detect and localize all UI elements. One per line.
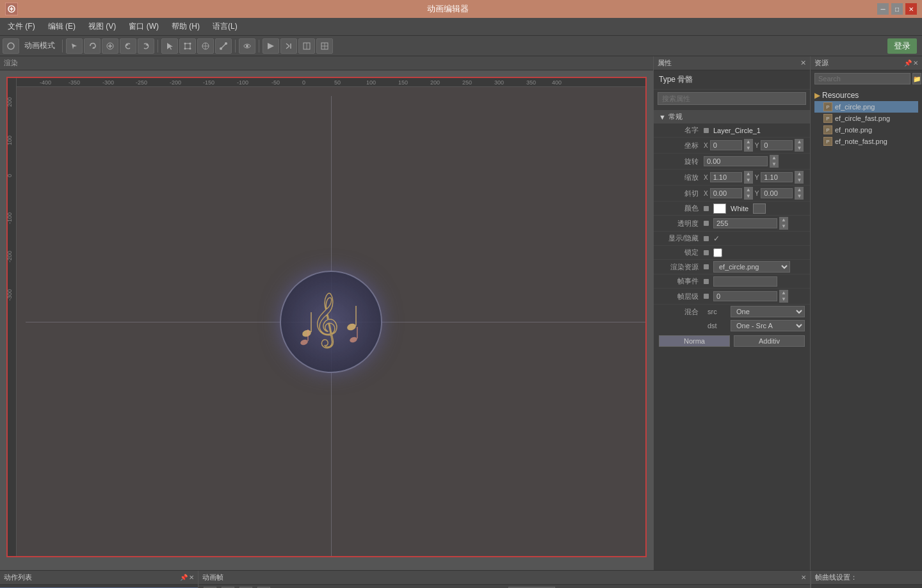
- pos-y-up[interactable]: ▲: [795, 139, 804, 145]
- prop-value-frame-event: [704, 276, 805, 287]
- minimize-button[interactable]: ─: [877, 3, 889, 15]
- alpha-up[interactable]: ▲: [779, 217, 788, 223]
- canvas-viewport[interactable]: -400 -350 -300 -250 -200 -150 -100 -50 0…: [0, 70, 653, 570]
- lock-checkbox[interactable]: [713, 248, 722, 257]
- blend-row-src: 混合 src One: [654, 305, 810, 319]
- menu-lang[interactable]: 语言(L): [207, 19, 243, 34]
- res-file-0[interactable]: P ef_circle.png: [814, 101, 918, 113]
- app-title: 动画编辑器: [18, 3, 877, 15]
- frame-level-up[interactable]: ▲: [779, 290, 788, 296]
- toolbar-next-btn[interactable]: [280, 38, 297, 54]
- menu-help[interactable]: 帮助 (H): [166, 19, 205, 34]
- scale-y-input[interactable]: [761, 172, 793, 182]
- res-file-1[interactable]: P ef_circle_fast.png: [814, 113, 918, 124]
- blend-dst-select[interactable]: One - Src A: [731, 320, 805, 331]
- alpha-down[interactable]: ▼: [779, 223, 788, 230]
- res-file-name-1: ef_circle_fast.png: [835, 115, 890, 122]
- blend-additive-btn[interactable]: Additiv: [734, 335, 805, 347]
- toolbar-undo-btn[interactable]: [120, 38, 136, 54]
- toolbar-export-btn[interactable]: [316, 38, 333, 54]
- scale-y-down[interactable]: ▼: [795, 177, 804, 184]
- section-header-general[interactable]: ▼ 常规: [654, 110, 810, 123]
- toolbar-eye-btn[interactable]: [239, 38, 255, 54]
- properties-type: Type 骨骼: [654, 70, 810, 90]
- toolbar-bone-btn[interactable]: [215, 38, 232, 54]
- resources-search-input[interactable]: [814, 73, 910, 84]
- rot-input[interactable]: [704, 156, 768, 166]
- resources-folder[interactable]: ▶ Resources: [814, 90, 918, 101]
- menu-file[interactable]: 文件 (F): [3, 19, 40, 34]
- rot-down[interactable]: ▼: [770, 161, 779, 168]
- properties-search-input[interactable]: [658, 92, 806, 105]
- pos-y-label: Y: [755, 142, 759, 149]
- menu-window[interactable]: 窗口 (W): [124, 19, 164, 34]
- pos-x-down[interactable]: ▼: [744, 145, 753, 152]
- frame-event-input[interactable]: [713, 276, 777, 287]
- login-button[interactable]: 登录: [887, 38, 917, 54]
- shear-x-down[interactable]: ▼: [744, 193, 753, 200]
- action-list-close[interactable]: ✕: [189, 574, 194, 581]
- maximize-button[interactable]: □: [891, 3, 903, 15]
- res-file-2[interactable]: P ef_note.png: [814, 124, 918, 136]
- color-picker-btn[interactable]: [753, 203, 766, 214]
- resources-tree: ▶ Resources P ef_circle.png P ef_circle_…: [811, 87, 922, 150]
- prop-row-scale: 缩放 X ▲ ▼ Y ▲ ▼: [654, 170, 810, 186]
- toolbar-play-btn[interactable]: [263, 38, 279, 54]
- pos-y-input[interactable]: [761, 140, 793, 150]
- action-list-controls: 📌 ✕: [180, 574, 194, 581]
- toolbar-select-btn[interactable]: [66, 38, 83, 54]
- toolbar-mesh-btn[interactable]: [197, 38, 214, 54]
- menu-edit[interactable]: 编辑 (E): [43, 19, 81, 34]
- svg-marker-11: [167, 43, 173, 50]
- color-swatch[interactable]: [713, 203, 726, 214]
- toolbar-rotate-btn[interactable]: [84, 38, 101, 54]
- scale-y-label: Y: [755, 174, 759, 181]
- scale-x-down[interactable]: ▼: [744, 177, 753, 184]
- toolbar-add-btn[interactable]: [102, 38, 118, 54]
- scale-x-input[interactable]: [710, 172, 742, 182]
- properties-header: 属性 ✕: [654, 56, 810, 70]
- shear-x-up[interactable]: ▲: [744, 187, 753, 193]
- toolbar-logo-btn[interactable]: [3, 38, 19, 54]
- shear-y-down[interactable]: ▼: [795, 193, 804, 200]
- close-button[interactable]: ✕: [905, 3, 917, 15]
- rot-up[interactable]: ▲: [770, 155, 779, 161]
- alpha-input[interactable]: [713, 218, 777, 228]
- canvas-grid[interactable]: 𝄞: [17, 87, 645, 556]
- res-file-3[interactable]: P ef_note_fast.png: [814, 136, 918, 147]
- toolbar-redo-btn[interactable]: [138, 38, 154, 54]
- pos-y-spinner: ▲ ▼: [795, 139, 804, 152]
- frame-level-down[interactable]: ▼: [779, 296, 788, 303]
- resources-folder-btn[interactable]: 📁: [912, 73, 921, 84]
- shear-y-label: Y: [755, 190, 759, 197]
- frame-level-input[interactable]: [713, 291, 777, 301]
- scale-y-up[interactable]: ▲: [795, 171, 804, 177]
- pos-x-input[interactable]: [710, 140, 742, 150]
- prop-value-visible: ✓: [704, 234, 805, 243]
- pos-y-down[interactable]: ▼: [795, 145, 804, 152]
- animation-close[interactable]: ✕: [801, 574, 806, 581]
- canvas-area: 渲染 -400 -350 -300 -250 -200 -150 -100 -5…: [0, 56, 653, 570]
- render-res-select[interactable]: ef_circle.png: [713, 261, 790, 273]
- svg-point-14: [190, 42, 191, 44]
- pos-x-up[interactable]: ▲: [744, 139, 753, 145]
- scale-x-up[interactable]: ▲: [744, 171, 753, 177]
- shear-y-input[interactable]: [761, 188, 793, 198]
- toolbar-pointer-btn[interactable]: [161, 38, 178, 54]
- menu-view[interactable]: 视图 (V): [83, 19, 121, 34]
- prop-value-alpha: ▲ ▼: [704, 217, 805, 230]
- resources-close-icon[interactable]: ✕: [913, 60, 918, 67]
- blend-buttons: Norma Additiv: [654, 333, 810, 349]
- toolbar-transform-btn[interactable]: [179, 38, 196, 54]
- svg-point-39: [300, 338, 309, 346]
- shear-y-up[interactable]: ▲: [795, 187, 804, 193]
- folder-name: Resources: [822, 91, 859, 100]
- properties-close[interactable]: ✕: [800, 59, 806, 67]
- prop-label-alpha: 透明度: [659, 219, 704, 228]
- shear-x-input[interactable]: [710, 188, 742, 198]
- properties-title: 属性: [658, 58, 672, 68]
- blend-src-select[interactable]: One: [731, 306, 805, 317]
- toolbar-window-btn[interactable]: [298, 38, 315, 54]
- title-bar: 动画编辑器 ─ □ ✕: [0, 0, 922, 18]
- blend-normal-btn[interactable]: Norma: [659, 335, 730, 347]
